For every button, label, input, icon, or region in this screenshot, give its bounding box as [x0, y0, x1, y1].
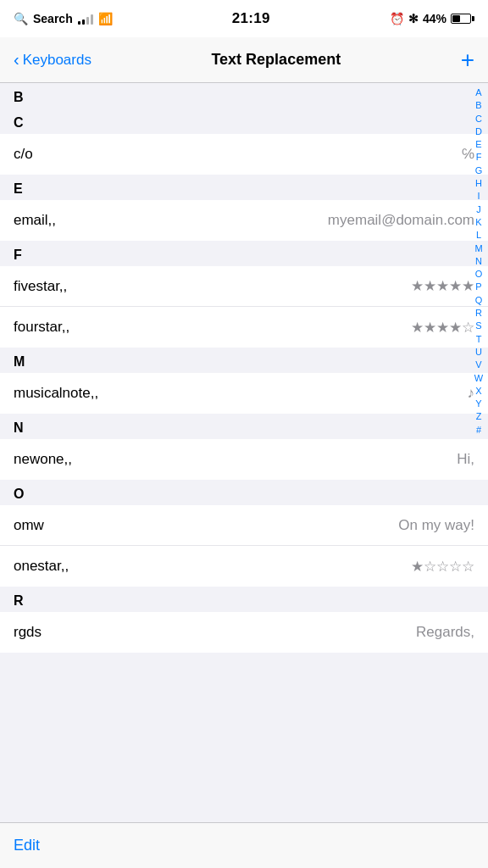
list-content: BCc/o℅Eemail,,myemail@domain.comFfivesta…	[0, 83, 488, 704]
shortcut-label: fivestar,,	[14, 278, 67, 295]
section-header-m: M	[0, 348, 488, 373]
shortcut-label: newone,,	[14, 451, 72, 468]
signal-bars	[78, 13, 93, 25]
section-rows-e: email,,myemail@domain.com	[0, 200, 488, 241]
section-rows-o: omwOn my way!onestar,,★☆☆☆☆	[0, 505, 488, 587]
nav-title: Text Replacement	[92, 51, 461, 69]
shortcut-label: email,,	[14, 212, 56, 229]
battery-body	[451, 14, 471, 24]
chevron-left-icon: ‹	[14, 51, 19, 68]
alpha-L[interactable]: L	[476, 229, 481, 241]
alpha-H[interactable]: H	[475, 177, 482, 189]
alpha-S[interactable]: S	[475, 320, 481, 331]
battery-percent: 44%	[423, 12, 446, 25]
phrase-label: myemail@domain.com	[328, 212, 474, 229]
section-header-o: O	[0, 480, 488, 505]
nav-bar: ‹ Keyboards Text Replacement +	[0, 37, 488, 83]
phrase-label: Hi,	[457, 451, 474, 468]
shortcut-label: c/o	[14, 146, 33, 163]
battery-tip	[472, 16, 474, 21]
alpha-A[interactable]: A	[475, 86, 481, 98]
table-row[interactable]: c/o℅	[0, 134, 488, 175]
table-row[interactable]: rgdsRegards,	[0, 612, 488, 653]
section-header-c: C	[0, 108, 488, 134]
signal-bar-2	[82, 19, 85, 25]
shortcut-label: musicalnote,,	[14, 385, 98, 402]
table-row[interactable]: newone,,Hi,	[0, 439, 488, 480]
section-header-b: B	[0, 83, 488, 108]
alphabet-index: A B C D E F G H I J K L M N O P Q R S T …	[469, 83, 488, 439]
bluetooth-icon: ✻	[408, 12, 419, 25]
alpha-O[interactable]: O	[475, 268, 483, 280]
shortcut-label: rgds	[14, 624, 42, 641]
alpha-C[interactable]: C	[475, 113, 482, 125]
battery-icon	[451, 14, 474, 24]
edit-button[interactable]: Edit	[14, 837, 40, 854]
section-rows-c: c/o℅	[0, 134, 488, 175]
section-header-n: N	[0, 414, 488, 439]
section-rows-f: fivestar,,★★★★★fourstar,,★★★★☆	[0, 266, 488, 348]
alpha-T[interactable]: T	[476, 333, 482, 345]
status-bar: 🔍 Search 📶 21:19 ⏰ ✻ 44%	[0, 0, 488, 37]
status-right: ⏰ ✻ 44%	[390, 12, 474, 25]
alpha-Y[interactable]: Y	[475, 398, 481, 409]
add-button[interactable]: +	[461, 48, 474, 72]
alpha-P[interactable]: P	[475, 281, 481, 292]
phrase-label: ★★★★★	[411, 277, 474, 295]
alpha-E[interactable]: E	[475, 138, 481, 150]
phrase-label: On my way!	[398, 517, 474, 534]
phrase-label: Regards,	[416, 624, 474, 641]
alpha-W[interactable]: W	[474, 372, 483, 384]
alpha-G[interactable]: G	[475, 164, 483, 176]
alpha-U[interactable]: U	[475, 346, 482, 358]
back-label: Keyboards	[23, 52, 92, 69]
battery-fill	[452, 15, 460, 22]
signal-bar-3	[86, 17, 89, 25]
table-row[interactable]: omwOn my way!	[0, 505, 488, 546]
alpha-X[interactable]: X	[475, 385, 481, 397]
carrier-label: Search	[33, 12, 73, 25]
section-rows-n: newone,,Hi,	[0, 439, 488, 480]
alpha-R[interactable]: R	[475, 307, 482, 319]
alpha-J[interactable]: J	[476, 203, 481, 215]
status-left: 🔍 Search 📶	[14, 12, 113, 25]
table-row[interactable]: onestar,,★☆☆☆☆	[0, 546, 488, 587]
alpha-B[interactable]: B	[475, 99, 481, 111]
back-button[interactable]: ‹ Keyboards	[14, 52, 92, 69]
alpha-Q[interactable]: Q	[475, 294, 483, 306]
phrase-label: ★☆☆☆☆	[411, 558, 474, 576]
alpha-hash[interactable]: #	[476, 424, 481, 436]
alpha-V[interactable]: V	[475, 359, 481, 370]
signal-bar-4	[91, 14, 93, 25]
alpha-Z[interactable]: Z	[476, 410, 482, 422]
carrier-icon: 🔍	[14, 12, 28, 25]
shortcut-label: onestar,,	[14, 558, 69, 575]
wifi-icon: 📶	[98, 12, 113, 25]
alpha-K[interactable]: K	[475, 216, 481, 228]
table-row[interactable]: fivestar,,★★★★★	[0, 266, 488, 307]
section-header-f: F	[0, 241, 488, 266]
section-rows-m: musicalnote,,♪	[0, 373, 488, 414]
table-row[interactable]: musicalnote,,♪	[0, 373, 488, 414]
signal-bar-1	[78, 21, 80, 25]
section-header-r: R	[0, 587, 488, 612]
shortcut-label: omw	[14, 517, 44, 534]
status-time: 21:19	[232, 10, 270, 27]
table-row[interactable]: email,,myemail@domain.com	[0, 200, 488, 241]
alpha-M[interactable]: M	[474, 242, 482, 254]
alpha-N[interactable]: N	[475, 255, 482, 267]
alpha-I[interactable]: I	[477, 190, 480, 202]
bottom-bar: Edit	[0, 822, 488, 868]
alarm-icon: ⏰	[390, 12, 404, 25]
section-header-e: E	[0, 175, 488, 200]
phrase-label: ★★★★☆	[411, 319, 474, 337]
section-rows-r: rgdsRegards,	[0, 612, 488, 653]
shortcut-label: fourstar,,	[14, 319, 69, 336]
alpha-D[interactable]: D	[475, 125, 482, 137]
alpha-F[interactable]: F	[476, 151, 482, 163]
table-row[interactable]: fourstar,,★★★★☆	[0, 307, 488, 348]
